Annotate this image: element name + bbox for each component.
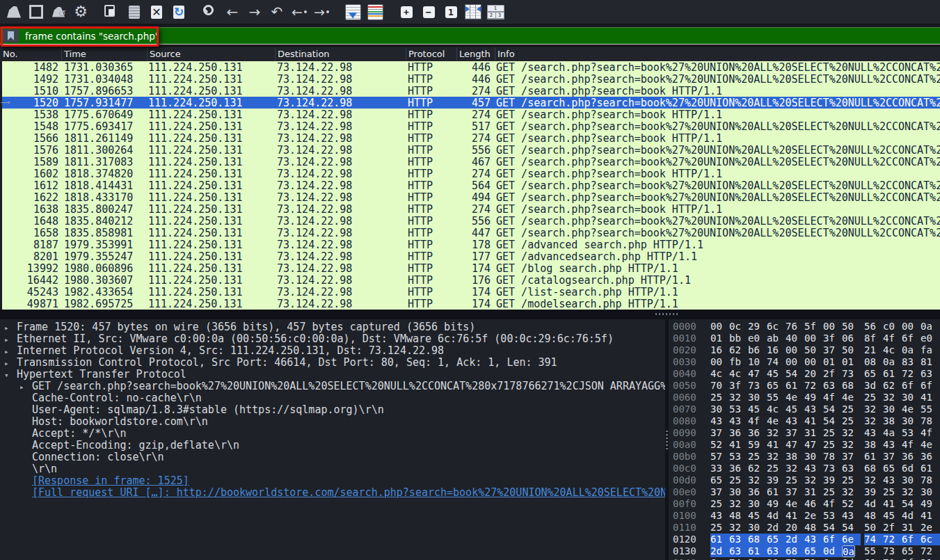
- packet-row-1622[interactable]: 16221818.433170111.224.250.13173.124.22.…: [0, 191, 940, 203]
- hex-row-0140[interactable]: 01406e743a2073716c6d61702f31: [669, 557, 940, 560]
- display-filter-input[interactable]: frame contains "search.php": [25, 31, 159, 42]
- packet-row-8201[interactable]: 82011979.355247111.224.250.13173.124.22.…: [0, 250, 940, 262]
- hex-byte[interactable]: 32: [804, 474, 823, 486]
- hex-row-0100[interactable]: 01004348454d412e534348454d41: [669, 510, 940, 522]
- hex-byte[interactable]: 2f: [902, 557, 921, 560]
- detail-link[interactable]: [Response in frame: 1525]: [32, 474, 189, 486]
- hex-byte[interactable]: 40: [786, 333, 804, 344]
- detail-line-2[interactable]: ▸Internet Protocol Version 4, Src: 111.2…: [0, 344, 665, 356]
- hex-byte[interactable]: 50: [804, 344, 823, 356]
- hex-byte[interactable]: 2f: [823, 368, 842, 380]
- hex-byte[interactable]: 32: [902, 486, 921, 498]
- hex-row-00f0[interactable]: 00f0253230494e464f524d415449: [669, 498, 940, 510]
- zoom-original-button[interactable]: 1: [440, 2, 462, 22]
- go-first-button[interactable]: [288, 2, 310, 22]
- hex-byte[interactable]: 6f: [921, 380, 939, 392]
- hex-byte[interactable]: 00: [710, 356, 729, 368]
- hex-byte[interactable]: 39: [864, 486, 883, 498]
- hex-byte[interactable]: 25: [842, 474, 861, 486]
- hex-byte[interactable]: 81: [921, 356, 939, 368]
- hex-byte[interactable]: 43: [804, 403, 823, 415]
- hex-byte[interactable]: 30: [729, 486, 748, 498]
- expand-arrow-icon[interactable]: ▸: [4, 359, 17, 368]
- hex-byte[interactable]: 2e: [921, 522, 939, 534]
- hex-byte[interactable]: 53: [823, 510, 842, 522]
- go-to-packet-button[interactable]: ↶: [266, 2, 288, 22]
- hex-byte[interactable]: 2d: [710, 545, 729, 557]
- hex-byte[interactable]: b6: [748, 344, 767, 356]
- hex-byte[interactable]: 32: [864, 474, 883, 486]
- detail-line-13[interactable]: [Response in frame: 1525]: [0, 474, 665, 486]
- hex-byte[interactable]: 65: [902, 545, 921, 557]
- detail-line-6[interactable]: Cache-Control: no-cache\r\n: [0, 392, 665, 403]
- hex-byte[interactable]: 43: [842, 510, 861, 522]
- hex-byte[interactable]: 4d: [864, 498, 883, 510]
- hex-byte[interactable]: 45: [883, 510, 902, 522]
- hex-byte[interactable]: 55: [864, 545, 883, 557]
- hex-byte[interactable]: 43: [786, 415, 804, 427]
- hex-byte[interactable]: 00: [902, 321, 921, 333]
- auto-scroll-button[interactable]: [342, 2, 364, 22]
- detail-line-3[interactable]: ▸Transmission Control Protocol, Src Port…: [0, 356, 665, 368]
- hex-byte[interactable]: 57: [710, 451, 729, 463]
- hex-byte[interactable]: 61: [864, 557, 883, 560]
- hex-byte[interactable]: 32: [767, 427, 786, 439]
- hex-byte[interactable]: 54: [823, 415, 842, 427]
- hex-byte[interactable]: 61: [864, 451, 883, 463]
- hex-byte[interactable]: 00: [786, 356, 804, 368]
- hex-byte[interactable]: 31: [902, 522, 921, 534]
- hex-byte[interactable]: 47: [804, 439, 823, 451]
- hex-byte[interactable]: 53: [729, 403, 748, 415]
- hex-row-0080[interactable]: 008043434f4e4341542532383078: [669, 415, 940, 427]
- filter-bookmark-button[interactable]: [3, 29, 19, 42]
- hex-row-00e0[interactable]: 00e0373036613731253239253230: [669, 486, 940, 498]
- hex-byte[interactable]: 4c: [710, 368, 729, 380]
- hex-byte[interactable]: 62: [748, 463, 767, 474]
- hex-byte[interactable]: 0a: [842, 545, 855, 557]
- hex-byte[interactable]: fb: [729, 356, 748, 368]
- hex-byte[interactable]: 25: [842, 403, 861, 415]
- hex-byte[interactable]: 4f: [902, 439, 921, 451]
- hex-byte[interactable]: 30: [748, 522, 767, 534]
- hex-byte[interactable]: 47: [786, 439, 804, 451]
- hex-byte[interactable]: 38: [864, 439, 883, 451]
- hex-byte[interactable]: 3d: [864, 380, 883, 392]
- hex-byte[interactable]: 32: [842, 427, 861, 439]
- hex-byte[interactable]: 6f: [823, 534, 842, 545]
- hex-byte[interactable]: 61: [710, 534, 729, 545]
- hex-byte[interactable]: 39: [823, 474, 842, 486]
- hex-byte[interactable]: 74: [729, 557, 748, 560]
- hex-byte[interactable]: 63: [767, 545, 786, 557]
- hex-byte[interactable]: 36: [729, 463, 748, 474]
- hex-byte[interactable]: bb: [729, 333, 748, 344]
- packet-row-1538[interactable]: 15381775.670649111.224.250.13173.124.22.…: [0, 109, 940, 120]
- hex-byte[interactable]: 3a: [748, 557, 767, 560]
- detail-line-9[interactable]: Accept: */*\r\n: [0, 427, 665, 439]
- detail-line-8[interactable]: Host: bookworldstore.com\r\n: [0, 415, 665, 427]
- packet-row-1602[interactable]: 16021818.374820111.224.250.13173.124.22.…: [0, 168, 940, 179]
- hex-byte[interactable]: 78: [921, 415, 939, 427]
- reload-file-button[interactable]: [168, 2, 190, 22]
- hex-byte[interactable]: 4e: [842, 392, 861, 403]
- packet-row-1492[interactable]: 14921731.034048111.224.250.13173.124.22.…: [0, 73, 940, 85]
- hex-byte[interactable]: 37: [710, 486, 729, 498]
- hex-byte[interactable]: 74: [864, 534, 883, 545]
- colorize-button[interactable]: [364, 2, 386, 22]
- hex-byte[interactable]: 3f: [729, 380, 748, 392]
- hex-row-00b0[interactable]: 00b0575325323830783761373636: [669, 451, 940, 463]
- hex-byte[interactable]: 45: [786, 403, 804, 415]
- hex-byte[interactable]: 72: [902, 368, 921, 380]
- hex-byte[interactable]: 71: [804, 557, 823, 560]
- hex-byte[interactable]: 43: [710, 510, 729, 522]
- hex-row-0060[interactable]: 0060253230554e494f4e25323041: [669, 392, 940, 403]
- hex-byte[interactable]: 32: [767, 451, 786, 463]
- hex-byte[interactable]: 73: [748, 380, 767, 392]
- hex-byte[interactable]: 38: [883, 415, 902, 427]
- hex-byte[interactable]: 52: [842, 498, 861, 510]
- hex-byte[interactable]: 74: [767, 356, 786, 368]
- packet-row-16442[interactable]: 164421980.303607111.224.250.13173.124.22…: [0, 274, 940, 286]
- find-packet-button[interactable]: [199, 2, 221, 22]
- hex-byte[interactable]: 65: [883, 463, 902, 474]
- hex-byte[interactable]: 41: [921, 392, 939, 403]
- hex-byte[interactable]: 33: [710, 463, 729, 474]
